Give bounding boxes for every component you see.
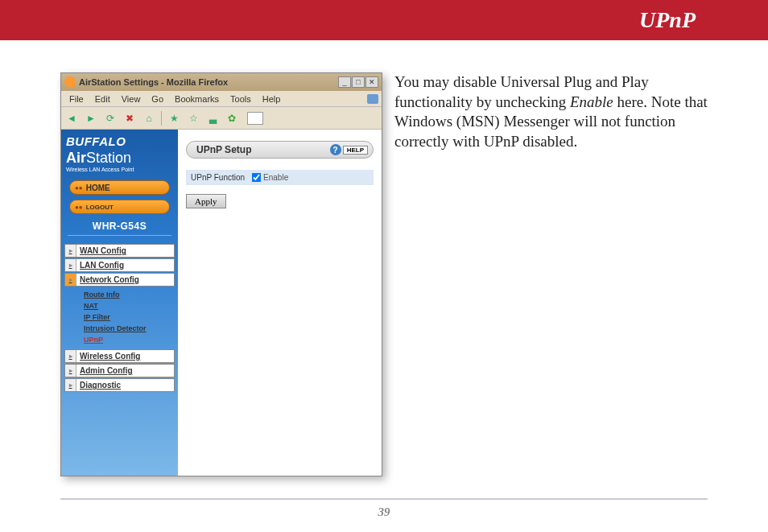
enable-checkbox[interactable] [252, 173, 262, 183]
logout-link[interactable]: ●●LOGOUT [69, 200, 170, 214]
browser-screenshot: AirStation Settings - Mozilla Firefox _ … [60, 72, 382, 476]
footer-rule [60, 498, 708, 500]
bookmark-icon[interactable]: ★ [167, 111, 181, 126]
search-box[interactable] [247, 112, 263, 125]
menu-edit[interactable]: Edit [90, 94, 115, 104]
apply-button[interactable]: Apply [186, 194, 226, 208]
window-titlebar: AirStation Settings - Mozilla Firefox _ … [61, 73, 382, 91]
subnav-route-info[interactable]: Route Info [84, 289, 175, 300]
setup-header: UPnP Setup ? HELP [186, 141, 374, 159]
subnav-upnp[interactable]: UPnP [84, 334, 175, 345]
menu-file[interactable]: File [64, 94, 89, 104]
nav-network-config[interactable]: ▸Network Config [64, 273, 175, 287]
brand-logo: BUFFALO [66, 134, 173, 148]
menu-bookmarks[interactable]: Bookmarks [170, 94, 224, 104]
logo-area: BUFFALO AirStation Wireless LAN Access P… [61, 130, 178, 175]
sub-nav-list: Route Info NAT IP Filter Intrusion Detec… [64, 287, 175, 348]
upnp-function-label: UPnP Function [191, 173, 245, 182]
model-label: WHR-G54S [61, 221, 178, 232]
page-number: 39 [0, 505, 768, 519]
page-header: UPnP [0, 0, 768, 40]
nav-list: ▸WAN Config ▸LAN Config ▸Network Config … [61, 244, 178, 392]
page-title: UPnP [639, 7, 696, 33]
extension-icon[interactable]: ✿ [225, 111, 239, 126]
upnp-function-row: UPnP Function Enable [186, 170, 374, 185]
nav-diagnostic[interactable]: ▸Diagnostic [64, 378, 175, 392]
setup-title: UPnP Setup [196, 144, 330, 155]
explanation-text: You may disable Universal Plug and Play … [394, 72, 768, 476]
forward-button[interactable]: ► [84, 111, 98, 126]
nav-admin-config[interactable]: ▸Admin Config [64, 364, 175, 377]
bookmark2-icon[interactable]: ☆ [186, 111, 200, 126]
nav-lan-config[interactable]: ▸LAN Config [64, 258, 175, 272]
stop-button[interactable]: ✖ [122, 111, 137, 126]
back-button[interactable]: ◄ [64, 111, 79, 126]
browser-toolbar: ◄ ► ⟳ ✖ ⌂ ★ ☆ ▃ ✿ [61, 107, 382, 130]
download-icon[interactable]: ▃ [205, 111, 220, 126]
paragraph: You may disable Universal Plug and Play … [394, 72, 708, 152]
divider [68, 235, 171, 236]
page-viewport: BUFFALO AirStation Wireless LAN Access P… [61, 130, 382, 476]
enable-label: Enable [263, 173, 288, 182]
subnav-nat[interactable]: NAT [84, 300, 175, 311]
router-content: UPnP Setup ? HELP UPnP Function Enable A… [178, 130, 382, 476]
help-button[interactable]: ? HELP [330, 144, 368, 155]
home-button[interactable]: ⌂ [142, 111, 156, 126]
menu-go[interactable]: Go [147, 94, 168, 104]
menu-help[interactable]: Help [258, 94, 286, 104]
minimize-button[interactable]: _ [338, 76, 351, 88]
browser-menubar: File Edit View Go Bookmarks Tools Help [61, 91, 382, 107]
window-title: AirStation Settings - Mozilla Firefox [79, 77, 338, 87]
product-name: AirStation [66, 150, 173, 167]
menu-view[interactable]: View [117, 94, 146, 104]
nav-wan-config[interactable]: ▸WAN Config [64, 244, 175, 258]
reload-button[interactable]: ⟳ [103, 111, 118, 126]
firefox-icon [64, 76, 76, 88]
subnav-ip-filter[interactable]: IP Filter [84, 311, 175, 323]
router-sidebar: BUFFALO AirStation Wireless LAN Access P… [61, 130, 178, 476]
close-button[interactable]: ✕ [365, 76, 378, 88]
home-link[interactable]: ●●HOME [69, 180, 170, 195]
nav-wireless-config[interactable]: ▸Wireless Config [64, 349, 175, 363]
subnav-intrusion-detector[interactable]: Intrusion Detector [84, 323, 175, 334]
menu-tools[interactable]: Tools [225, 94, 256, 104]
maximize-button[interactable]: □ [352, 76, 365, 88]
product-subtitle: Wireless LAN Access Point [66, 167, 173, 172]
help-icon: ? [330, 144, 341, 155]
window-controls: _ □ ✕ [338, 76, 378, 88]
throbber-icon [367, 94, 378, 104]
